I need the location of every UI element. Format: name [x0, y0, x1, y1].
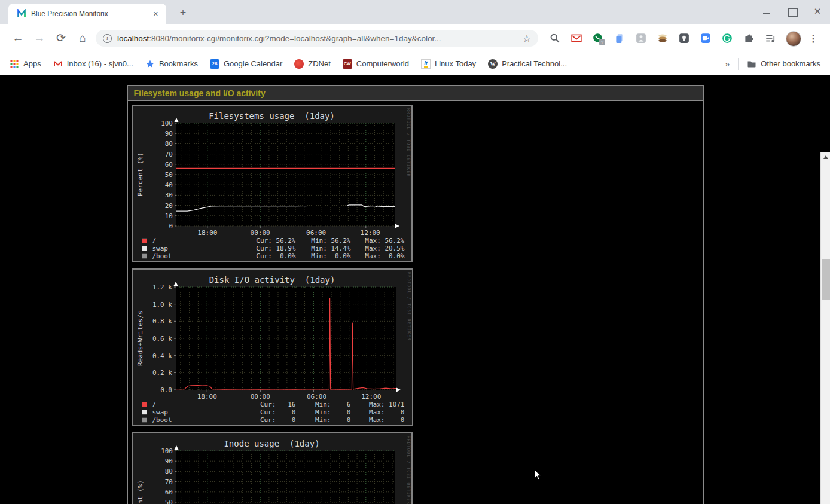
graphs-grid-filesystem: 100908070605040302010018:0000:0006:0012:… [128, 101, 703, 504]
svg-text:90: 90 [164, 130, 172, 138]
legend-name: swap [152, 408, 169, 416]
graph-title: Filesystems usage (1day) [133, 111, 411, 121]
legend-row: /Cur: 56.2%Min: 56.2%Max: 56.2% [142, 237, 403, 245]
monitorix-page: Filesystem usage and I/O activity 100908… [127, 85, 704, 504]
bookmark-item[interactable]: ltLinux Today [421, 59, 476, 69]
tab-close-icon[interactable]: ✕ [150, 9, 161, 19]
keep-icon[interactable] [676, 30, 692, 47]
legend-value: Cur: 16 [249, 401, 296, 408]
legend-swatch [142, 253, 147, 259]
gmail-m-icon [53, 59, 63, 69]
page-scrollbar[interactable] [820, 152, 830, 504]
bookmark-item[interactable]: Apps [10, 59, 41, 69]
grammarly-icon[interactable] [719, 30, 736, 47]
bookmark-item[interactable]: CWComputerworld [343, 59, 409, 69]
legend-value: Max: 20.5% [358, 245, 405, 252]
bookmarks-overflow-icon[interactable]: » [725, 59, 730, 69]
camera-icon[interactable] [697, 30, 714, 47]
legend-swatch [142, 238, 147, 243]
graph-title: Disk I/O activity (1day) [133, 275, 412, 285]
svg-text:50: 50 [164, 171, 172, 179]
legend-value: Cur: 0 [249, 416, 296, 424]
divider [738, 58, 739, 70]
minimize-button[interactable] [761, 5, 774, 18]
search-icon[interactable] [547, 30, 563, 47]
bookmark-item[interactable]: Inbox (16) - sjvn0... [53, 59, 133, 69]
legend-value: Max: 1071 [358, 401, 405, 408]
svg-text:12:00: 12:00 [361, 393, 381, 401]
legend-row: /bootCur: 0.0%Min: 0.0%Max: 0.0% [142, 252, 403, 260]
legend-row: /Cur: 16Min: 6Max: 1071 [142, 401, 404, 408]
legend-name: swap [152, 245, 169, 252]
reading-list-icon[interactable] [762, 30, 779, 47]
bookmark-icon-text: 28 [212, 61, 218, 66]
svg-text:60: 60 [164, 161, 172, 169]
legend-value: Min: 6 [304, 401, 351, 408]
graph-filesystems-usage[interactable]: 100908070605040302010018:0000:0006:0012:… [132, 105, 413, 262]
wp-icon: W [488, 59, 498, 69]
legend-row: swapCur: 0Min: 0Max: 0 [142, 408, 404, 416]
extensions-row: ?⋮ [547, 30, 819, 47]
rrdtool-watermark: RRDTOOL / TOBI OETIKER [406, 436, 411, 504]
legend-value: Cur: 0 [249, 408, 296, 416]
gmail-icon[interactable] [568, 30, 585, 47]
bookmark-item[interactable]: ZDNet [294, 59, 331, 69]
bookmark-item[interactable]: 28Google Calendar [210, 59, 282, 69]
legend-value: Min: 14.4% [304, 245, 351, 252]
maximize-button[interactable] [786, 5, 799, 18]
scrollbar-up-icon[interactable] [823, 155, 828, 159]
legend-swatch [142, 417, 147, 423]
close-button[interactable]: ✕ [811, 5, 824, 18]
graph-inode-usage[interactable]: 100908070605040302010018:0000:0006:0012:… [132, 432, 413, 504]
legend-value: Max: 0 [358, 408, 405, 416]
graph-title: Inode usage (1day) [133, 439, 411, 448]
bookmark-label: Bookmarks [159, 59, 198, 68]
back-button[interactable]: ← [10, 30, 26, 47]
profile-avatar[interactable] [786, 31, 801, 47]
stack-icon[interactable] [654, 30, 671, 47]
legend-value: Max: 0.0% [358, 252, 405, 260]
section-title-filesystem: Filesystem usage and I/O activity [128, 86, 703, 101]
star-icon [145, 59, 155, 69]
lt-icon: lt [421, 59, 431, 69]
address-bar[interactable]: i localhost:8080/monitorix-cgi/monitorix… [96, 30, 538, 47]
scrollbar-thumb[interactable] [822, 259, 830, 300]
other-bookmarks-label: Other bookmarks [761, 59, 820, 68]
home-button[interactable]: ⌂ [74, 30, 91, 47]
svg-text:80: 80 [164, 468, 172, 475]
svg-text:06:00: 06:00 [306, 229, 326, 237]
copy-icon[interactable] [611, 30, 628, 47]
tab-strip: Blue Precision Monitorix ✕ + ✕ [0, 0, 830, 24]
bookmark-label: Google Calendar [224, 59, 282, 68]
other-bookmarks-button[interactable]: Other bookmarks [747, 59, 820, 69]
forward-button[interactable]: → [31, 30, 48, 47]
svg-text:18:00: 18:00 [197, 393, 216, 401]
browser-menu-icon[interactable]: ⋮ [807, 33, 819, 44]
svg-text:18:00: 18:00 [197, 229, 217, 237]
legend-value: Min: 56.2% [304, 237, 351, 245]
reload-button[interactable]: ⟳ [53, 30, 69, 47]
url-host: localhost [117, 34, 149, 43]
y-axis-label: Reads+Writes/s [136, 287, 144, 390]
svg-text:40: 40 [164, 181, 172, 189]
voice-icon[interactable]: ? [590, 30, 606, 47]
bookmark-item[interactable]: WPractical Technol... [488, 59, 567, 69]
legend-swatch [142, 246, 147, 251]
bookmark-item[interactable]: Bookmarks [145, 59, 198, 69]
bookmark-star-icon[interactable]: ☆ [523, 33, 531, 44]
section-filesystem: Filesystem usage and I/O activity 100908… [127, 85, 704, 504]
new-tab-button[interactable]: + [176, 6, 190, 20]
graph-disk-io-activity[interactable]: 1.2 k1.0 k0.8 k0.6 k0.4 k0.2 k0.018:0000… [132, 268, 413, 426]
cw-icon: CW [343, 59, 352, 69]
bookmark-label: Practical Technol... [502, 59, 567, 68]
page-info-icon[interactable]: i [103, 34, 112, 43]
bookmark-label: Apps [23, 59, 41, 68]
people-icon[interactable] [633, 30, 649, 47]
puzzle-icon[interactable] [740, 30, 757, 47]
browser-tab[interactable]: Blue Precision Monitorix ✕ [8, 4, 166, 24]
svg-text:06:00: 06:00 [306, 393, 326, 401]
svg-text:70: 70 [164, 478, 172, 486]
legend-value: Min: 0 [304, 408, 351, 416]
legend-value: Cur: 0.0% [249, 252, 296, 260]
legend-row: swapCur: 18.9%Min: 14.4%Max: 20.5% [142, 245, 403, 252]
